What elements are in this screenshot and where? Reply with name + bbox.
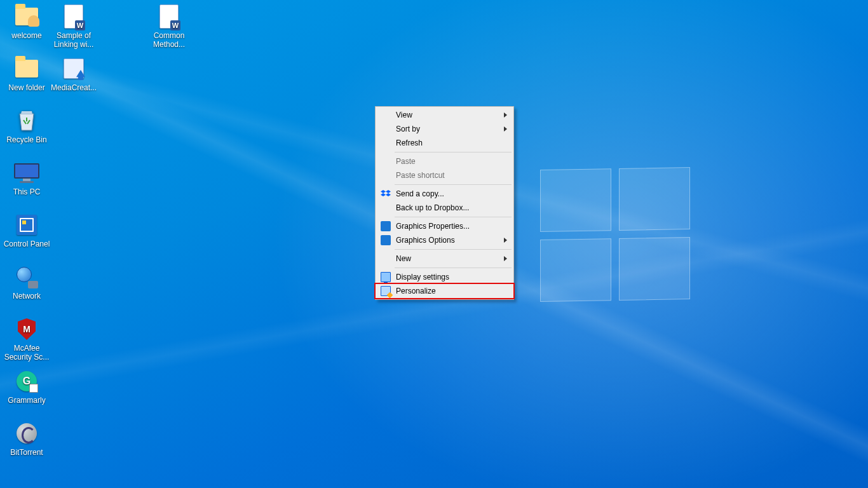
context-menu-item-view[interactable]: View	[377, 108, 512, 122]
submenu-arrow-icon	[504, 238, 507, 243]
context-menu-item-sort-by[interactable]: Sort by	[377, 122, 512, 136]
desktop-icon-label: Sample of Linking wi...	[50, 31, 97, 49]
svg-marker-1	[386, 190, 391, 193]
context-menu-item-back-up-to-dropbox[interactable]: Back up to Dropbox...	[377, 201, 512, 215]
desktop-icon-label: Network	[3, 292, 50, 301]
word-document-icon	[64, 4, 83, 29]
context-menu-item-paste-shortcut: Paste shortcut	[377, 168, 512, 182]
desktop-icon-label: Common Method...	[146, 31, 193, 49]
context-menu-item-label: View	[396, 111, 412, 119]
mcafee-icon	[18, 318, 36, 340]
svg-marker-2	[381, 193, 386, 196]
display-settings-icon	[381, 272, 391, 282]
desktop-icon-label: MediaCreat...	[50, 83, 97, 92]
context-menu-item-display-settings[interactable]: Display settings	[377, 270, 512, 284]
desktop-icon-newfolder[interactable]: New folder	[3, 56, 51, 92]
context-menu-separator	[395, 249, 512, 250]
context-menu-separator	[395, 152, 512, 152]
control-panel-icon	[17, 215, 37, 235]
context-menu-item-new[interactable]: New	[377, 252, 512, 266]
intel-graphics-icon	[381, 221, 391, 231]
network-icon	[17, 267, 37, 287]
desktop-icon-label: Grammarly	[3, 396, 50, 405]
user-folder-icon	[15, 8, 38, 25]
context-menu-item-label: Sort by	[396, 125, 420, 133]
context-menu-item-label: Back up to Dropbox...	[396, 203, 469, 212]
recycle-bin-icon	[16, 109, 37, 133]
grammarly-icon	[17, 371, 37, 391]
context-menu-item-label: New	[396, 254, 411, 263]
desktop-context-menu: ViewSort byRefreshPastePaste shortcutSen…	[375, 106, 514, 300]
context-menu-item-label: Paste shortcut	[396, 171, 445, 180]
context-menu-item-label: Refresh	[396, 139, 423, 147]
context-menu-item-personalize[interactable]: Personalize	[377, 284, 512, 298]
context-menu-separator	[395, 217, 512, 217]
this-pc-icon	[14, 163, 39, 182]
submenu-arrow-icon	[504, 126, 507, 132]
desktop-icon-label: McAfee Security Sc...	[3, 344, 50, 362]
desktop-icon-label: Control Panel	[3, 240, 50, 248]
personalize-icon	[381, 286, 391, 296]
submenu-arrow-icon	[504, 112, 507, 118]
svg-marker-0	[381, 190, 386, 193]
desktop-icon-mcafee[interactable]: McAfee Security Sc...	[3, 316, 51, 362]
word-document-icon	[159, 4, 179, 29]
context-menu-item-label: Display settings	[396, 273, 449, 281]
desktop-icon-welcome[interactable]: welcome	[3, 4, 51, 40]
desktop-icon-sample[interactable]: Sample of Linking wi...	[50, 4, 98, 49]
desktop-icon-label: Recycle Bin	[3, 135, 50, 144]
desktop-icon-network[interactable]: Network	[3, 264, 51, 301]
context-menu-item-label: Graphics Options	[396, 236, 455, 245]
desktop-icon-recycle[interactable]: Recycle Bin	[3, 108, 51, 144]
desktop-icon-common[interactable]: Common Method...	[145, 4, 193, 49]
context-menu-item-refresh[interactable]: Refresh	[377, 136, 512, 150]
context-menu-separator	[395, 268, 512, 268]
desktop-icon-mediacreat[interactable]: MediaCreat...	[50, 56, 98, 92]
executable-icon	[64, 58, 84, 79]
bittorrent-icon	[17, 423, 37, 444]
context-menu-item-paste: Paste	[377, 154, 512, 168]
windows-logo-wallpaper	[540, 167, 693, 303]
desktop-icon-bittorrent[interactable]: BitTorrent	[3, 421, 51, 457]
desktop-icon-label: BitTorrent	[3, 448, 50, 457]
context-menu-item-label: Personalize	[396, 287, 436, 295]
context-menu-item-send-a-copy[interactable]: Send a copy...	[377, 187, 512, 201]
context-menu-separator	[395, 184, 512, 185]
desktop-icon-cpanel[interactable]: Control Panel	[3, 212, 51, 248]
dropbox-icon	[381, 189, 391, 199]
svg-marker-3	[386, 193, 391, 196]
folder-icon	[15, 60, 38, 78]
desktop-icon-label: New folder	[3, 83, 50, 92]
context-menu-item-label: Send a copy...	[396, 189, 444, 198]
context-menu-item-graphics-options[interactable]: Graphics Options	[377, 233, 512, 247]
desktop-icon-label: welcome	[3, 31, 50, 40]
submenu-arrow-icon	[504, 256, 507, 261]
context-menu-item-label: Paste	[396, 157, 416, 166]
desktop-icon-thispc[interactable]: This PC	[3, 160, 51, 196]
context-menu-item-graphics-properties[interactable]: Graphics Properties...	[377, 219, 512, 233]
desktop-icon-label: This PC	[3, 187, 50, 196]
intel-graphics-icon	[381, 235, 391, 245]
desktop-wallpaper[interactable]: welcomeSample of Linking wi...Common Met…	[0, 0, 868, 488]
context-menu-item-label: Graphics Properties...	[396, 222, 470, 231]
desktop-icon-grammarly[interactable]: Grammarly	[3, 369, 51, 405]
